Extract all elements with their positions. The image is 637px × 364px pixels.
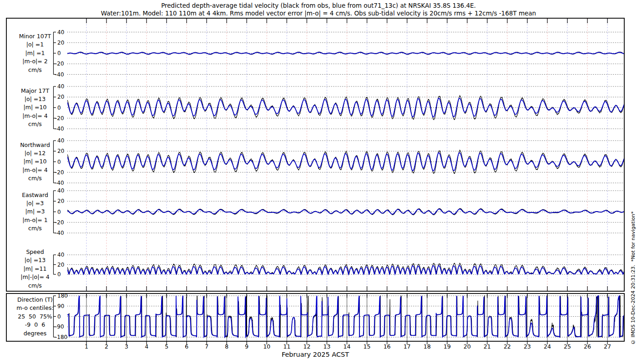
watermark-imos: © IMOS 10-Dec-2024 20:31:23. *Not for na… <box>630 177 636 345</box>
x-axis-day-label: 18 <box>418 343 436 350</box>
x-axis-day-label: 24 <box>538 343 556 350</box>
chart-canvas <box>0 0 637 364</box>
x-axis-day-label: 5 <box>157 343 176 350</box>
x-axis-day-label: 15 <box>358 343 376 350</box>
x-axis-day-label: 7 <box>197 343 216 350</box>
panel-label-north-line5: cm/s <box>6 174 64 182</box>
panel-label-dir-line5: degrees <box>6 329 64 338</box>
x-axis-day-label: 12 <box>298 343 316 350</box>
x-axis-day-label: 3 <box>117 343 136 350</box>
panel-label-north-line1: Northward <box>6 141 64 149</box>
panel-label-minor-line2: |o| =1 <box>6 40 64 49</box>
panel-label-east-line5: cm/s <box>6 224 64 233</box>
x-axis-day-label: 6 <box>177 343 196 350</box>
tidal-velocity-figure: Predicted depth-average tidal velocity (… <box>0 0 637 364</box>
panel-label-speed-line3: |m| =11 <box>6 265 64 273</box>
x-axis-day-label: 22 <box>498 343 516 350</box>
panel-label-speed-line4: |m|-|o|= 4 <box>6 273 64 281</box>
x-axis-day-label: 11 <box>278 343 296 350</box>
panel-label-speed-line1: Speed <box>6 248 64 256</box>
panel-label-minor-line3: |m| =1 <box>6 49 64 57</box>
panel-label-major-line2: |o| =13 <box>6 95 64 103</box>
x-axis-day-label: 26 <box>578 343 597 350</box>
panel-label-speed-line5: cm/s <box>6 282 64 290</box>
x-axis-day-label: 10 <box>258 343 276 350</box>
panel-label-speed-line2: |o| =13 <box>6 256 64 264</box>
panel-label-dir-line4: -9 0 6 <box>6 321 64 329</box>
panel-label-minor-line5: cm/s <box>6 66 64 74</box>
panel-label-dir-line1: Direction (T) <box>6 296 64 304</box>
panel-label-east-line3: |m| =3 <box>6 207 64 216</box>
x-axis-day-label: 25 <box>558 343 576 350</box>
x-axis-day-label: 8 <box>217 343 236 350</box>
panel-label-east-line4: |m-o|= 1 <box>6 216 64 224</box>
panel-label-north-line4: |m-o|= 4 <box>6 166 64 174</box>
panel-label-north-line2: |o| =12 <box>6 149 64 157</box>
x-axis-month-label: February 2025 ACST <box>6 351 624 358</box>
x-axis-day-label: 9 <box>238 343 256 350</box>
panel-label-major-line1: Major 17T <box>6 87 64 95</box>
x-axis-day-label: 1 <box>77 343 96 350</box>
x-axis-day-label: 13 <box>318 343 336 350</box>
x-axis-day-label: 16 <box>378 343 396 350</box>
x-axis-day-label: 4 <box>137 343 156 350</box>
panel-label-major-line3: |m| =10 <box>6 103 64 111</box>
panel-label-east-line2: |o| =3 <box>6 199 64 207</box>
panel-label-dir-line3: 25 50 75% <box>6 313 64 321</box>
x-axis-day-label: 17 <box>398 343 416 350</box>
speed-obs-line <box>67 263 624 274</box>
panel-label-major-line5: cm/s <box>6 120 64 128</box>
panel-label-north-line3: |m| =10 <box>6 157 64 166</box>
x-axis-day-label: 27 <box>598 343 617 350</box>
panel-label-east-line1: Eastward <box>6 191 64 199</box>
x-axis-day-label: 23 <box>518 343 536 350</box>
x-axis-day-label: 20 <box>458 343 476 350</box>
x-axis-day-label: 14 <box>338 343 356 350</box>
panel-label-dir-line2: m-o centiles: <box>6 304 64 312</box>
panel-label-minor-line1: Minor 107T <box>6 32 64 40</box>
x-axis-day-label: 2 <box>97 343 116 350</box>
x-axis-day-label: 19 <box>438 343 456 350</box>
x-axis-day-label: 21 <box>478 343 496 350</box>
panel-label-major-line4: |m-o|= 4 <box>6 112 64 120</box>
panel-label-minor-line4: |m-o|= 2 <box>6 57 64 66</box>
